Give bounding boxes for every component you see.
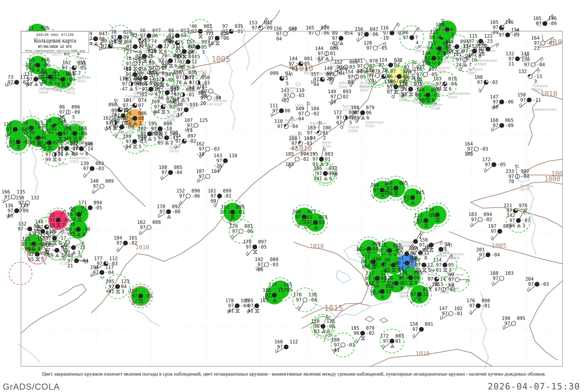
cloud-cover-circle <box>11 195 16 199</box>
svg-text:97: 97 <box>534 40 540 46</box>
svg-text:158: 158 <box>518 92 526 98</box>
svg-text:20: 20 <box>200 100 206 106</box>
svg-text:-01: -01 <box>431 92 440 98</box>
wind-barb <box>446 255 453 263</box>
svg-text:97: 97 <box>493 123 498 128</box>
station-id: 36034 <box>533 88 542 92</box>
svg-text:60: 60 <box>101 38 107 44</box>
svg-text:03: 03 <box>319 220 324 225</box>
svg-text:97: 97 <box>383 338 389 344</box>
wind-barb <box>413 28 420 36</box>
cloud-cover-circle <box>147 225 151 230</box>
svg-text:6: 6 <box>329 176 332 181</box>
svg-text:100: 100 <box>322 125 331 130</box>
svg-text:09: 09 <box>123 34 129 40</box>
station-id: 35082 <box>428 86 438 90</box>
svg-text:110: 110 <box>296 88 304 93</box>
svg-text:078: 078 <box>370 58 378 64</box>
svg-text:-09: -09 <box>511 32 520 38</box>
svg-text:-42: -42 <box>24 82 32 87</box>
svg-text:102: 102 <box>454 306 462 311</box>
svg-text:8: 8 <box>327 329 330 334</box>
svg-text:165: 165 <box>260 298 268 304</box>
svg-text:132: 132 <box>506 51 514 56</box>
svg-text:134: 134 <box>463 43 471 48</box>
svg-text:045: 045 <box>416 190 424 195</box>
svg-text:117: 117 <box>366 270 374 276</box>
svg-text:14: 14 <box>111 40 116 45</box>
svg-text:168: 168 <box>351 105 359 110</box>
svg-text:14: 14 <box>440 276 446 282</box>
svg-text:-04: -04 <box>296 116 304 122</box>
svg-text:185: 185 <box>351 325 359 331</box>
rivers-lakes <box>18 22 544 368</box>
svg-text:-04: -04 <box>491 252 500 258</box>
weather-map-page: 1010100510101010101010151005101010100100… <box>0 0 588 392</box>
svg-text:01: 01 <box>325 156 330 162</box>
svg-text:97: 97 <box>378 62 384 68</box>
svg-text:14: 14 <box>126 144 131 149</box>
svg-text:-04: -04 <box>240 303 249 308</box>
svg-text:144: 144 <box>289 56 298 61</box>
station-plot: 18810397 <box>490 270 514 286</box>
svg-text:129: 129 <box>395 246 403 252</box>
svg-text:107: 107 <box>184 118 193 123</box>
svg-text:98: 98 <box>444 242 450 247</box>
svg-text:-03: -03 <box>211 146 220 152</box>
station-id: 35361 <box>365 124 375 128</box>
svg-text:094: 094 <box>300 151 309 157</box>
svg-text:5: 5 <box>349 120 352 126</box>
svg-text:6: 6 <box>166 82 169 88</box>
svg-text:97: 97 <box>189 44 195 50</box>
wind-barb <box>516 165 519 174</box>
station-name: Туапсе <box>57 162 68 166</box>
svg-text:-05: -05 <box>379 45 387 51</box>
svg-text:124: 124 <box>379 57 387 63</box>
svg-text:3: 3 <box>122 289 124 294</box>
svg-text:152: 152 <box>334 59 342 65</box>
svg-text:97: 97 <box>154 104 160 110</box>
svg-text:168: 168 <box>490 118 498 123</box>
svg-text:142: 142 <box>507 213 515 218</box>
svg-text:01: 01 <box>437 56 443 61</box>
svg-text:86: 86 <box>59 104 65 110</box>
svg-text:70: 70 <box>508 179 514 184</box>
station-plot: 19708997 <box>488 224 512 240</box>
station-plot: 16906497-02645Эльтон34476 <box>151 95 177 122</box>
svg-text:085: 085 <box>386 284 394 289</box>
svg-text:-13: -13 <box>534 74 542 79</box>
station-id: 35078 <box>399 98 408 102</box>
svg-text:-04: -04 <box>80 258 88 264</box>
svg-text:172: 172 <box>334 110 342 115</box>
svg-text:97: 97 <box>485 162 490 168</box>
svg-text:-09: -09 <box>548 21 557 26</box>
svg-text:-04: -04 <box>521 174 529 179</box>
station-name: Изюм <box>66 87 75 91</box>
svg-text:083: 083 <box>118 115 126 121</box>
svg-text:97: 97 <box>412 326 418 332</box>
svg-text:04: 04 <box>181 33 186 38</box>
svg-text:-03: -03 <box>304 141 312 146</box>
svg-text:97: 97 <box>296 297 302 302</box>
svg-text:97: 97 <box>4 194 10 200</box>
svg-text:97: 97 <box>93 184 98 189</box>
svg-text:55: 55 <box>106 126 111 131</box>
svg-text:Чардара: Чардара <box>400 240 414 244</box>
svg-text:132: 132 <box>18 221 26 226</box>
svg-text:37: 37 <box>70 206 76 212</box>
svg-text:-11: -11 <box>532 97 541 103</box>
svg-text:121: 121 <box>22 236 30 242</box>
svg-text:055: 055 <box>423 286 431 292</box>
cloud-cover-circle <box>541 41 545 45</box>
svg-text:-04: -04 <box>290 124 298 129</box>
svg-text:165: 165 <box>306 25 314 30</box>
wind-barb <box>469 308 477 315</box>
svg-text:97: 97 <box>101 43 107 49</box>
svg-text:5: 5 <box>192 64 195 70</box>
grads-credit: GrADS/COLA <box>3 382 60 392</box>
svg-text:96: 96 <box>354 330 359 336</box>
svg-text:04: 04 <box>339 71 345 76</box>
svg-text:07: 07 <box>138 103 144 108</box>
station-id: 33275 <box>52 52 62 56</box>
svg-text:105: 105 <box>263 287 271 293</box>
